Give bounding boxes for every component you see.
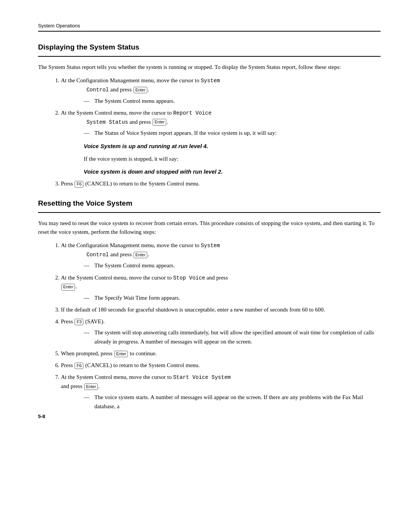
bold-italic-1: Voice System is up and running at run le… <box>84 143 208 149</box>
section2-step7: At the System Control menu, move the cur… <box>61 373 381 411</box>
bold-italic-2-wrapper: Voice system is down and stopped with ru… <box>84 167 381 176</box>
mono-stop-voice: Stop Voice <box>173 275 205 281</box>
section1-step2-text: At the System Control menu, move the cur… <box>61 110 212 125</box>
section2-step5-text: When prompted, press Enter to continue. <box>61 350 157 356</box>
section1-heading: Displaying the System Status <box>38 43 139 51</box>
key-enter-3: Enter <box>134 252 147 258</box>
dash-symbol-3: — <box>84 261 94 270</box>
bold-italic-2: Voice system is down and stopped with ru… <box>84 168 223 175</box>
section2-step1-sub: — The System Control menu appears. <box>84 261 381 270</box>
section1-steps: At the Configuration Management menu, mo… <box>61 76 381 188</box>
section2-heading: Resetting the Voice System <box>38 199 132 208</box>
section1-step1-text-before: At the Configuration Management menu, mo… <box>61 77 220 93</box>
section2-step6: Press F6 (CANCEL) to return to the Syste… <box>61 361 381 370</box>
section2-step1-text: At the Configuration Management menu, mo… <box>61 242 220 257</box>
section1-step1: At the Configuration Management menu, mo… <box>61 76 381 105</box>
key-enter-4: Enter <box>61 284 75 290</box>
section2-step6-text: Press F6 (CANCEL) to return to the Syste… <box>61 362 200 368</box>
section2-step2-text: At the System Control menu, move the cur… <box>61 275 228 290</box>
bold-italic-1-wrapper: Voice System is up and running at run le… <box>84 142 381 151</box>
section2-step1: At the Configuration Management menu, mo… <box>61 241 381 270</box>
dash-symbol-6: — <box>84 393 94 411</box>
section1-step1-sub: — The System Control menu appears. <box>84 97 381 105</box>
dash-symbol-4: — <box>84 294 94 302</box>
dash-symbol-1: — <box>84 97 94 105</box>
key-enter-2: Enter <box>153 119 166 125</box>
page-number: 5-8 <box>38 414 45 419</box>
header-title: System Operations <box>38 23 80 29</box>
section2-step2-sub-text: The Specify Wait Time form appears. <box>94 294 180 302</box>
dash-symbol-5: — <box>84 328 94 346</box>
section1-step3: Press F6 (CANCEL) to return to the Syste… <box>61 179 381 188</box>
section2-intro: You may need to reset the voice system t… <box>38 219 381 237</box>
section2-step7-sub-text: The voice system starts. A number of mes… <box>94 393 381 411</box>
section1-heading-wrapper: Displaying the System Status <box>38 43 381 57</box>
section2-step1-sub-text: The System Control menu appears. <box>94 261 175 270</box>
section2-step7-text: At the System Control menu, move the cur… <box>61 374 231 389</box>
key-f6-1: F6 <box>75 181 83 187</box>
page-footer: 5-8 <box>38 414 45 419</box>
section2-heading-wrapper: Resetting the Voice System <box>38 199 381 213</box>
section1-step1-sub-text: The System Control menu appears. <box>94 97 175 105</box>
section2-step4-sub: — The system will stop answering calls i… <box>84 328 381 346</box>
section2-step2-sub: — The Specify Wait Time form appears. <box>84 294 381 302</box>
mono-report-voice: Report Voice System Status <box>61 110 212 125</box>
section2-step7-sub: — The voice system starts. A number of m… <box>84 393 381 411</box>
page: System Operations Displaying the System … <box>0 0 411 438</box>
section2-step3-text: If the default of 180 seconds for gracef… <box>61 307 325 313</box>
key-f3: F3 <box>75 319 83 325</box>
section2-step3: If the default of 180 seconds for gracef… <box>61 305 381 314</box>
section1-intro: The System Status report tells you wheth… <box>38 63 381 72</box>
section1-step2-sub: — The Status of Voice System report appe… <box>84 129 381 137</box>
key-enter-6: Enter <box>84 383 98 390</box>
section2-step4-sub-text: The system will stop answering calls imm… <box>94 328 381 346</box>
key-f6-2: F6 <box>75 363 83 369</box>
section2-step4-text: Press F3 (SAVE). <box>61 318 105 324</box>
section1-step2: At the System Control menu, move the cur… <box>61 109 381 176</box>
section2-step2: At the System Control menu, move the cur… <box>61 273 381 302</box>
section1-step2-sub-text: The Status of Voice System report appear… <box>94 129 277 137</box>
section2-step5: When prompted, press Enter to continue. <box>61 349 381 358</box>
key-enter-1: Enter <box>134 87 147 93</box>
section1-step2-extra: If the voice system is stopped, it will … <box>84 155 381 163</box>
mono-start-voice: Start Voice System <box>173 374 231 380</box>
page-header: System Operations <box>38 23 381 32</box>
section2-steps: At the Configuration Management menu, mo… <box>61 241 381 411</box>
section1-step2-extra-text: If the voice system is stopped, it will … <box>84 156 178 162</box>
dash-symbol-2: — <box>84 129 94 137</box>
section2-step4: Press F3 (SAVE). — The system will stop … <box>61 317 381 346</box>
key-enter-5: Enter <box>114 351 128 357</box>
section1-step3-text: Press F6 (CANCEL) to return to the Syste… <box>61 181 200 187</box>
